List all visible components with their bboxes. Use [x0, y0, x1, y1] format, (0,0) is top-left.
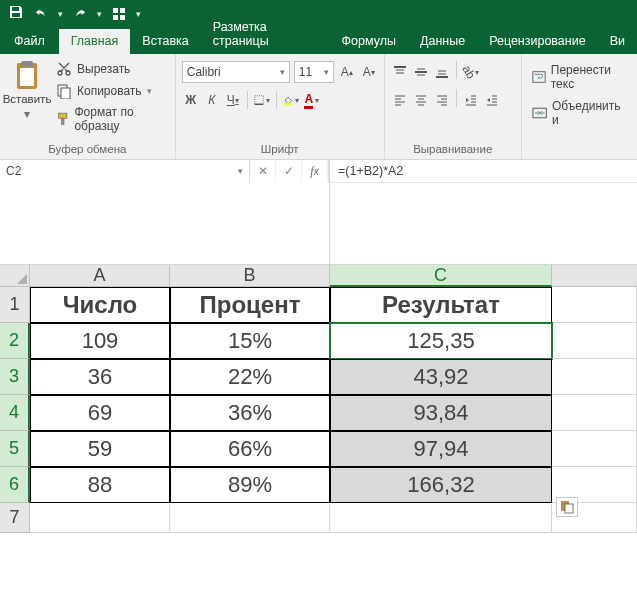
cell-A1[interactable]: Число — [30, 287, 170, 323]
tab-file[interactable]: Файл — [0, 29, 59, 54]
align-bottom-button[interactable] — [433, 61, 451, 83]
fx-icon[interactable]: fx — [302, 160, 328, 182]
cell-B3[interactable]: 22% — [170, 359, 330, 395]
tab-page-layout[interactable]: Разметка страницы — [201, 15, 330, 54]
font-name-combo[interactable]: Calibri ▾ — [182, 61, 290, 83]
col-header-D[interactable] — [552, 265, 637, 287]
align-top-button[interactable] — [391, 61, 409, 83]
formula-bar[interactable]: =(1+B2)*A2 — [329, 160, 637, 264]
tab-view[interactable]: Ви — [598, 29, 637, 54]
cell-C5[interactable]: 97,94 — [330, 431, 552, 467]
save-icon[interactable] — [8, 4, 24, 24]
grid-icon[interactable] — [110, 5, 128, 23]
cell-B5[interactable]: 66% — [170, 431, 330, 467]
border-icon — [254, 93, 264, 107]
cell-A3[interactable]: 36 — [30, 359, 170, 395]
row-header-2[interactable]: 2 — [0, 323, 30, 359]
cell-C2[interactable]: 125,35 — [330, 323, 552, 359]
col-header-B[interactable]: B — [170, 265, 330, 287]
cell-D2[interactable] — [552, 323, 637, 359]
cell-A5[interactable]: 59 — [30, 431, 170, 467]
italic-button[interactable]: К — [203, 89, 221, 111]
row-header-7[interactable]: 7 — [0, 503, 30, 533]
underline-button[interactable]: Ч ▾ — [224, 89, 242, 111]
undo-dropdown-icon[interactable]: ▾ — [58, 9, 63, 19]
outdent-icon — [464, 93, 478, 107]
cell-C4[interactable]: 93,84 — [330, 395, 552, 431]
cell-C1[interactable]: Результат — [330, 287, 552, 323]
cell-B1[interactable]: Процент — [170, 287, 330, 323]
row-header-4[interactable]: 4 — [0, 395, 30, 431]
row-header-5[interactable]: 5 — [0, 431, 30, 467]
cell-A7[interactable] — [30, 503, 170, 533]
group-label-font: Шрифт — [182, 143, 378, 157]
svg-rect-0 — [12, 7, 19, 11]
tab-insert[interactable]: Вставка — [130, 29, 200, 54]
increase-indent-button[interactable] — [483, 89, 501, 111]
redo-icon[interactable] — [71, 5, 89, 23]
group-alignment: ab▾ Выравнивание — [385, 54, 522, 159]
accept-formula-button[interactable]: ✓ — [276, 160, 302, 182]
merge-center-label: Объединить и — [552, 99, 627, 127]
cell-B4[interactable]: 36% — [170, 395, 330, 431]
decrease-indent-button[interactable] — [462, 89, 480, 111]
svg-rect-48 — [565, 504, 573, 513]
align-right-button[interactable] — [433, 89, 451, 111]
align-center-button[interactable] — [412, 89, 430, 111]
ribbon-tabs: Файл Главная Вставка Разметка страницы Ф… — [0, 28, 637, 54]
tab-review[interactable]: Рецензирование — [477, 29, 598, 54]
merge-center-button[interactable]: Объединить и — [528, 97, 631, 129]
fill-color-button[interactable]: ▾ — [282, 89, 300, 111]
col-header-C[interactable]: C — [330, 265, 552, 287]
cell-C6[interactable]: 166,32 — [330, 467, 552, 503]
svg-rect-11 — [59, 113, 67, 118]
chevron-down-icon: ▾ — [147, 86, 152, 96]
name-box[interactable]: C2 ▾ — [0, 160, 250, 182]
cancel-formula-button[interactable]: ✕ — [250, 160, 276, 182]
wrap-text-icon — [532, 69, 546, 85]
copy-button[interactable]: Копировать ▾ — [52, 81, 169, 101]
worksheet-grid[interactable]: A B C 1 Число Процент Результат 2 109 15… — [0, 265, 637, 533]
tab-home[interactable]: Главная — [59, 29, 131, 54]
qat-customize-icon[interactable]: ▾ — [136, 9, 141, 19]
decrease-font-button[interactable]: A▾ — [360, 61, 378, 83]
align-left-icon — [393, 93, 407, 107]
copy-icon — [56, 83, 72, 99]
borders-button[interactable]: ▾ — [253, 89, 271, 111]
redo-dropdown-icon[interactable]: ▾ — [97, 9, 102, 19]
undo-icon[interactable] — [32, 5, 50, 23]
cell-B7[interactable] — [170, 503, 330, 533]
cell-D1[interactable] — [552, 287, 637, 323]
cell-D4[interactable] — [552, 395, 637, 431]
align-middle-button[interactable] — [412, 61, 430, 83]
svg-rect-10 — [61, 88, 70, 99]
cell-A6[interactable]: 88 — [30, 467, 170, 503]
tab-data[interactable]: Данные — [408, 29, 477, 54]
cell-B6[interactable]: 89% — [170, 467, 330, 503]
cell-C7[interactable] — [330, 503, 552, 533]
cell-B2[interactable]: 15% — [170, 323, 330, 359]
cut-button[interactable]: Вырезать — [52, 59, 169, 79]
row-header-1[interactable]: 1 — [0, 287, 30, 323]
paste-button[interactable]: Вставить ▾ — [6, 57, 48, 143]
font-color-button[interactable]: А ▾ — [303, 89, 321, 111]
bold-button[interactable]: Ж — [182, 89, 200, 111]
tab-formulas[interactable]: Формулы — [330, 29, 408, 54]
orientation-button[interactable]: ab▾ — [462, 61, 480, 83]
cell-D5[interactable] — [552, 431, 637, 467]
font-size-combo[interactable]: 11 ▾ — [294, 61, 334, 83]
svg-rect-1 — [12, 13, 20, 17]
row-header-6[interactable]: 6 — [0, 467, 30, 503]
cell-A4[interactable]: 69 — [30, 395, 170, 431]
cell-C3[interactable]: 43,92 — [330, 359, 552, 395]
wrap-text-button[interactable]: Перенести текс — [528, 61, 631, 93]
align-left-button[interactable] — [391, 89, 409, 111]
row-header-3[interactable]: 3 — [0, 359, 30, 395]
cell-D3[interactable] — [552, 359, 637, 395]
cell-A2[interactable]: 109 — [30, 323, 170, 359]
col-header-A[interactable]: A — [30, 265, 170, 287]
increase-font-button[interactable]: A▴ — [338, 61, 356, 83]
paste-options-icon[interactable] — [556, 497, 578, 517]
select-all-corner[interactable] — [0, 265, 30, 287]
format-painter-button[interactable]: Формат по образцу — [52, 103, 169, 135]
